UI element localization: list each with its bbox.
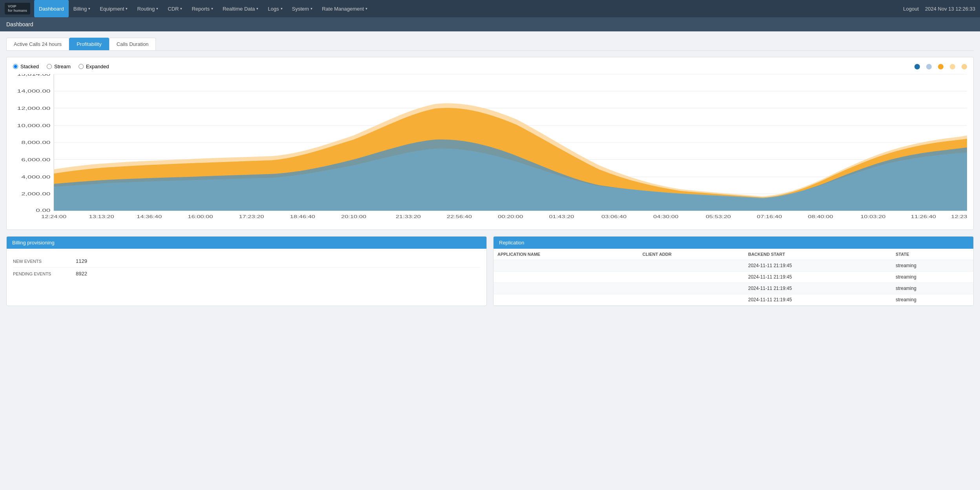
chevron-down-icon: ▾ <box>88 7 90 11</box>
cell-state: streaming <box>892 260 973 271</box>
cell-app-name <box>494 260 638 271</box>
svg-text:00:20:00: 00:20:00 <box>498 215 523 219</box>
svg-text:13:13:20: 13:13:20 <box>89 215 115 219</box>
cell-app-name <box>494 294 638 306</box>
tab-profitability[interactable]: Profitability <box>69 38 109 50</box>
svg-text:03:06:40: 03:06:40 <box>602 215 627 219</box>
svg-text:12:23:00: 12:23:00 <box>951 215 967 219</box>
cell-app-name <box>494 283 638 294</box>
legend-dot-1 <box>914 64 920 69</box>
cell-client-addr <box>638 283 744 294</box>
svg-text:17:23:20: 17:23:20 <box>239 215 264 219</box>
col-app-name: APPLICATION NAME <box>494 249 638 260</box>
nav-logs[interactable]: Logs ▾ <box>263 0 287 17</box>
nav-equipment[interactable]: Equipment ▾ <box>95 0 132 17</box>
cell-client-addr <box>638 260 744 271</box>
table-row: 2024-11-11 21:19:45 streaming <box>494 283 973 294</box>
table-row: 2024-11-11 21:19:45 streaming <box>494 294 973 306</box>
logout-button[interactable]: Logout <box>903 6 919 12</box>
legend-dot-2 <box>926 64 932 69</box>
svg-text:21:33:20: 21:33:20 <box>396 215 421 219</box>
cell-backend-start: 2024-11-11 21:19:45 <box>744 294 892 306</box>
datetime-display: 2024 Nov 13 12:26:33 <box>925 6 975 12</box>
area-chart: 15,814.00 14,000.00 12,000.00 10,000.00 … <box>13 74 967 223</box>
svg-text:07:16:40: 07:16:40 <box>757 215 783 219</box>
svg-text:22:56:40: 22:56:40 <box>447 215 472 219</box>
billing-panel: Billing provisioning NEW EVENTS 1129 PEN… <box>6 236 487 306</box>
chart-wrapper: 15,814.00 14,000.00 12,000.00 10,000.00 … <box>13 74 967 223</box>
billing-panel-body: NEW EVENTS 1129 PENDING EVENTS 8922 <box>7 249 486 286</box>
cell-state: streaming <box>892 283 973 294</box>
navbar: VOIP for humans Dashboard Billing ▾ Equi… <box>0 0 980 17</box>
svg-text:15,814.00: 15,814.00 <box>17 74 51 77</box>
svg-text:14,000.00: 14,000.00 <box>17 89 51 93</box>
billing-new-events-row: NEW EVENTS 1129 <box>13 255 480 268</box>
svg-text:10:03:20: 10:03:20 <box>860 215 886 219</box>
navbar-right: Logout 2024 Nov 13 12:26:33 <box>903 6 975 12</box>
pending-events-label: PENDING EVENTS <box>13 271 76 276</box>
svg-text:01:43:20: 01:43:20 <box>549 215 574 219</box>
nav-billing[interactable]: Billing ▾ <box>69 0 95 17</box>
table-row: 2024-11-11 21:19:45 streaming <box>494 260 973 271</box>
svg-text:18:46:40: 18:46:40 <box>290 215 316 219</box>
option-expanded[interactable]: Expanded <box>79 64 109 69</box>
chart-container: Stacked Stream Expanded <box>6 57 974 230</box>
svg-text:04:30:00: 04:30:00 <box>653 215 679 219</box>
cell-state: streaming <box>892 294 973 306</box>
option-stacked[interactable]: Stacked <box>13 64 39 69</box>
svg-text:4,000.00: 4,000.00 <box>21 175 51 179</box>
svg-text:05:53:20: 05:53:20 <box>706 215 731 219</box>
replication-panel-header: Replication <box>494 237 973 249</box>
tab-active-calls[interactable]: Active Calls 24 hours <box>6 38 69 50</box>
cell-backend-start: 2024-11-11 21:19:45 <box>744 283 892 294</box>
chevron-down-icon: ▾ <box>180 7 182 11</box>
option-stream[interactable]: Stream <box>47 64 71 69</box>
new-events-label: NEW EVENTS <box>13 259 76 264</box>
chevron-down-icon: ▾ <box>311 7 313 11</box>
billing-panel-header: Billing provisioning <box>7 237 486 249</box>
chart-options: Stacked Stream Expanded <box>13 64 967 69</box>
svg-text:8,000.00: 8,000.00 <box>21 140 51 145</box>
bottom-panels: Billing provisioning NEW EVENTS 1129 PEN… <box>6 236 974 306</box>
main-content: Active Calls 24 hours Profitability Call… <box>0 31 980 312</box>
col-state: STATE <box>892 249 973 260</box>
svg-text:20:10:00: 20:10:00 <box>341 215 367 219</box>
svg-text:12,000.00: 12,000.00 <box>17 106 51 110</box>
svg-text:2,000.00: 2,000.00 <box>21 191 51 196</box>
col-backend-start: BACKEND START <box>744 249 892 260</box>
legend-dot-4 <box>950 64 955 69</box>
cell-backend-start: 2024-11-11 21:19:45 <box>744 271 892 283</box>
cell-client-addr <box>638 294 744 306</box>
svg-text:12:24:00: 12:24:00 <box>41 215 67 219</box>
nav-system[interactable]: System ▾ <box>287 0 317 17</box>
brand-logo: VOIP for humans <box>5 3 30 15</box>
chevron-down-icon: ▾ <box>256 7 258 11</box>
brand-line1: VOIP <box>8 4 27 9</box>
svg-text:6,000.00: 6,000.00 <box>21 157 51 162</box>
pending-events-value: 8922 <box>76 271 87 277</box>
chart-legend <box>914 64 967 69</box>
nav-rate-management[interactable]: Rate Management ▾ <box>317 0 372 17</box>
tab-calls-duration[interactable]: Calls Duration <box>109 38 156 50</box>
table-row: 2024-11-11 21:19:45 streaming <box>494 271 973 283</box>
cell-client-addr <box>638 271 744 283</box>
nav-routing[interactable]: Routing ▾ <box>132 0 163 17</box>
cell-state: streaming <box>892 271 973 283</box>
replication-table-wrapper: APPLICATION NAME CLIENT ADDR BACKEND STA… <box>494 249 973 306</box>
chevron-down-icon: ▾ <box>211 7 213 11</box>
billing-pending-events-row: PENDING EVENTS 8922 <box>13 268 480 280</box>
svg-text:08:40:00: 08:40:00 <box>808 215 834 219</box>
replication-table: APPLICATION NAME CLIENT ADDR BACKEND STA… <box>494 249 973 306</box>
replication-panel: Replication APPLICATION NAME CLIENT ADDR… <box>493 236 974 306</box>
brand-line2: for humans <box>8 9 27 13</box>
nav-cdr[interactable]: CDR ▾ <box>163 0 187 17</box>
new-events-value: 1129 <box>76 258 87 264</box>
nav-reports[interactable]: Reports ▾ <box>187 0 218 17</box>
chevron-down-icon: ▾ <box>156 7 158 11</box>
nav-dashboard[interactable]: Dashboard <box>34 0 69 17</box>
legend-dot-3 <box>938 64 943 69</box>
nav-realtime[interactable]: Realtime Data ▾ <box>218 0 263 17</box>
chevron-down-icon: ▾ <box>126 7 128 11</box>
chevron-down-icon: ▾ <box>281 7 283 11</box>
svg-text:11:26:40: 11:26:40 <box>911 215 936 219</box>
